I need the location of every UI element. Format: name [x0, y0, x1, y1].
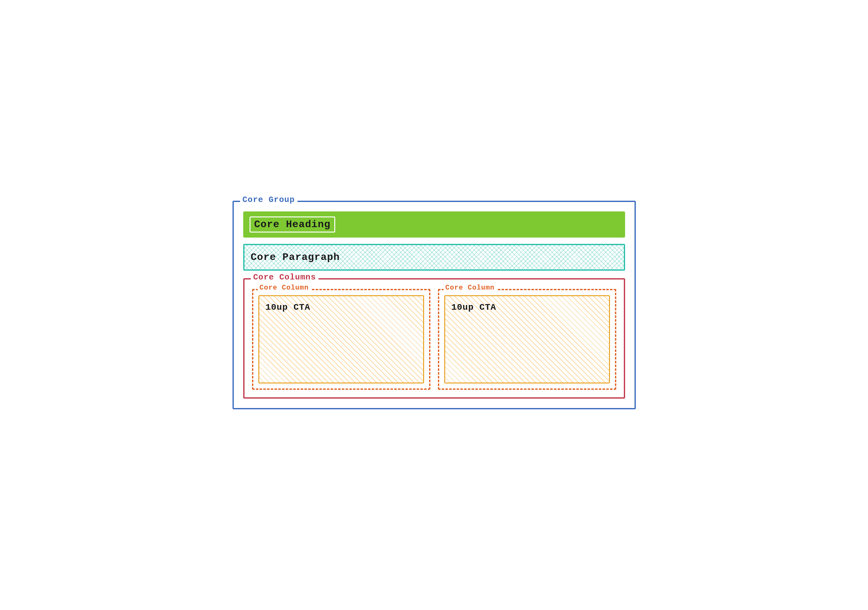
cta-2-label: 10up CTA: [451, 303, 496, 312]
canvas: Core Group Core Heading Core Paragraph C…: [232, 201, 636, 409]
core-column-2: Core Column 10up CTA: [438, 289, 616, 390]
core-column-1: Core Column 10up CTA: [252, 289, 430, 390]
columns-row: Core Column 10up CTA Core Column 10up CT…: [252, 289, 616, 390]
core-paragraph-label: Core Paragraph: [251, 251, 340, 263]
core-heading-label: Core Heading: [250, 216, 335, 233]
core-paragraph-wrapper: Core Paragraph: [243, 244, 625, 271]
core-group: Core Group Core Heading Core Paragraph C…: [232, 201, 636, 409]
core-column-1-label: Core Column: [258, 284, 311, 292]
cta-2-wrapper: 10up CTA: [444, 295, 610, 383]
core-columns-label: Core Columns: [251, 273, 319, 282]
core-group-label: Core Group: [240, 195, 298, 205]
core-heading-wrapper: Core Heading: [243, 211, 625, 237]
cta-1-wrapper: 10up CTA: [258, 295, 424, 383]
cta-1-label: 10up CTA: [266, 303, 310, 312]
core-column-2-label: Core Column: [443, 284, 496, 292]
core-columns-wrapper: Core Columns Core Column 10up CTA Core C…: [243, 278, 625, 399]
